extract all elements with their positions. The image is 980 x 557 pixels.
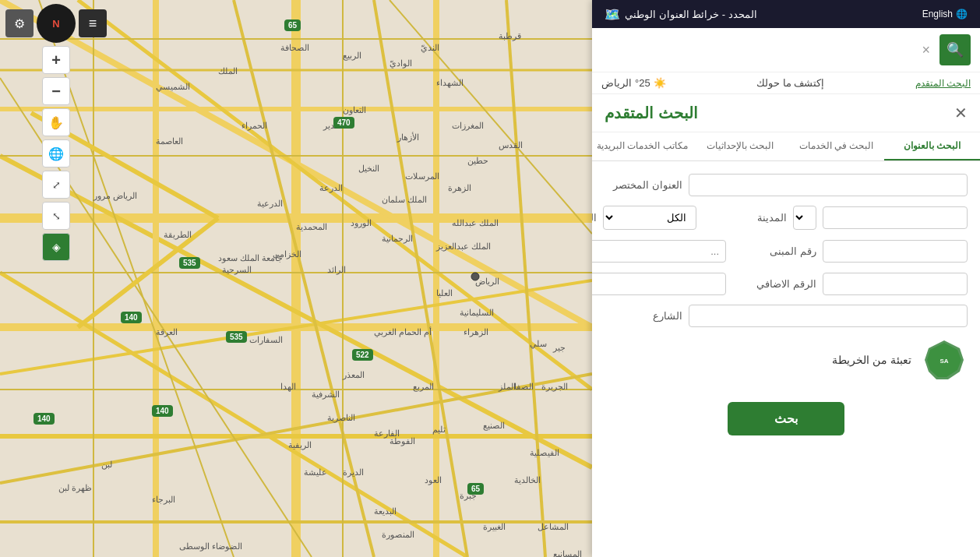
additional-number-field: الرقم الاضافي [739,273,968,295]
app-title: المحدد - خرائط العنوان الوطني [625,9,757,20]
language-button[interactable]: 🌐 English [922,9,968,19]
search-button[interactable]: 🔍 [939,34,971,65]
search-icon: 🔍 [947,41,964,58]
street-label: الشارع [605,310,682,322]
tab-by-services[interactable]: البحث في الخدمات [788,132,884,160]
panel-header: 🌐 English المحدد - خرائط العنوان الوطني … [592,0,980,28]
search-submit-button[interactable]: بحث [728,402,844,435]
menu-button[interactable]: ≡ [79,9,107,37]
close-advanced-button[interactable]: ✕ [954,104,968,122]
info-bar: البحث المتقدم إكتشف ما حولك ☀️ °25 الريا… [592,72,980,94]
additional-number-input[interactable] [823,273,968,295]
globe-icon: 🌐 [48,146,64,161]
settings-button[interactable]: ⚙ [5,9,33,37]
search-form: العنوان المختصر ▼ المدينة الكل الرياض [592,161,980,454]
layers-icon: ◈ [52,241,61,253]
right-panel: 🌐 English المحدد - خرائط العنوان الوطني … [592,0,980,557]
zoom-in-button[interactable]: + [42,46,70,74]
tab-postal-offices[interactable]: مكاتب الخدمات البريدية [592,132,693,160]
zoom-out-icon: − [51,83,61,100]
settings-icon: ⚙ [14,16,25,31]
postal-code-field: الرمز البريدي [592,273,726,295]
advanced-panel: ✕ البحث المتقدم البحث بالعنوان البحث في … [592,94,980,557]
postal-code-input[interactable] [592,273,726,295]
compass-n-label: N [52,18,59,30]
globe-icon-header: 🌐 [956,9,968,19]
tab-by-address[interactable]: البحث بالعنوان [884,132,980,160]
additional-number-label: الرقم الاضافي [739,278,816,290]
compress-button[interactable]: ⤡ [42,202,70,230]
region-field: الكل الرياض مكة المكرمة المدينة المنورة … [592,206,696,230]
zoom-in-icon: + [51,51,61,69]
advanced-search-link[interactable]: البحث المتقدم [915,78,971,89]
weather-icon: ☀️ [654,77,666,89]
globe-button[interactable]: 🌐 [42,139,70,167]
menu-icon: ≡ [89,16,97,32]
district-input[interactable] [592,240,726,263]
map-fill-icon: SA [921,337,968,383]
advanced-search-header: ✕ البحث المتقدم [592,94,980,132]
street-input[interactable] [689,305,968,327]
explore-label: إكتشف ما حولك [756,77,824,89]
street-row: الشارع [605,305,968,327]
expand-icon: ⤢ [52,179,61,191]
temperature: °25 [635,77,650,89]
clear-icon: × [922,42,930,58]
tab-by-stats[interactable]: البحث بالإحداثيات [693,132,788,160]
map-fill-label: تعبئة من الخريطة [832,354,911,366]
postal-additional-row: الرقم الاضافي الرمز البريدي [605,273,968,295]
layers-button[interactable]: ◈ [42,233,70,261]
map-fill-icon-container: SA [921,337,968,383]
svg-point-30 [471,273,479,280]
clear-search-button[interactable]: × [918,42,933,58]
tabs-container: البحث بالعنوان البحث في الخدمات البحث با… [592,132,980,161]
pan-button[interactable]: ✋ [42,108,70,136]
app-title-icon: 🗺️ [605,7,620,22]
region-city-row: ▼ المدينة الكل الرياض مكة المكرمة المدين… [605,206,968,230]
building-field: رقم المبنى [739,239,968,263]
short-address-label: العنوان المختصر [605,179,682,191]
close-icon: ✕ [954,104,968,122]
zoom-out-button[interactable]: − [42,77,70,105]
main-search-input[interactable] [601,40,912,61]
district-building-row: رقم المبنى ▼ الحي [605,239,968,263]
compress-icon: ⤡ [52,210,61,222]
city-dropdown[interactable]: ▼ [793,206,816,230]
city-field: ▼ المدينة [709,206,968,230]
city-input[interactable] [823,206,968,229]
weather-info: ☀️ °25 الرياض [601,77,666,89]
search-bar: 🔍 × [592,28,980,72]
expand-button[interactable]: ⤢ [42,171,70,199]
pan-icon: ✋ [48,115,64,130]
city-label: المدينة [709,212,787,224]
language-label: English [922,9,953,19]
compass-button[interactable]: N [37,4,76,43]
district-field: ▼ الحي [592,239,726,263]
short-address-row: العنوان المختصر [605,174,968,196]
map-fill-row: SA تعبئة من الخريطة [605,337,968,396]
svg-text:SA: SA [939,358,948,365]
building-number-label: رقم المبنى [739,245,816,257]
short-address-input[interactable] [689,174,968,196]
city-label: الرياض [601,77,632,89]
search-submit-row: بحث [605,396,968,442]
region-select[interactable]: الكل الرياض مكة المكرمة المدينة المنورة … [603,206,696,230]
advanced-search-title: البحث المتقدم [605,104,698,122]
region-label: المنطقة [592,212,597,224]
building-number-input[interactable] [823,240,968,263]
